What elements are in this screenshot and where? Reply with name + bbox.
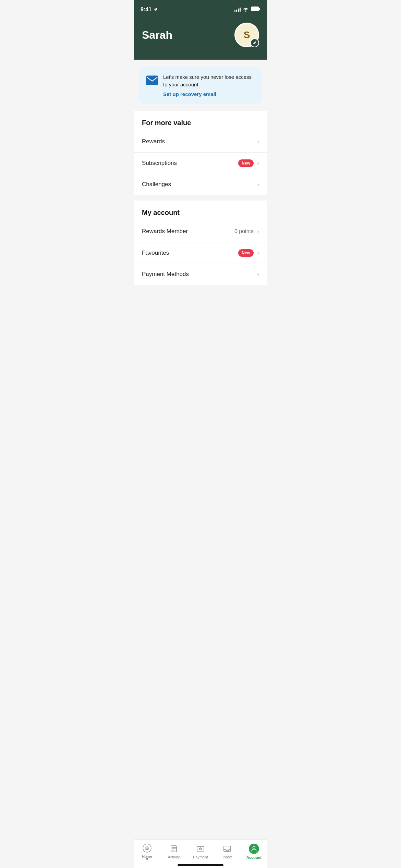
recovery-message: Let's make sure you never lose access to… (163, 74, 252, 87)
svg-rect-2 (146, 76, 158, 85)
new-badge: New (238, 159, 254, 167)
favourites-item[interactable]: Favourites New › (134, 242, 267, 264)
my-account-title: My account (134, 201, 267, 221)
my-account-section: My account Rewards Member 0 points › Fav… (134, 201, 267, 285)
chevron-right-icon: › (257, 271, 259, 278)
recovery-link[interactable]: Set up recovery email (163, 91, 255, 97)
rewards-member-item[interactable]: Rewards Member 0 points › (134, 221, 267, 242)
svg-rect-1 (259, 8, 260, 10)
header: Sarah S (134, 17, 267, 60)
status-time: 9:41 (141, 7, 157, 13)
payment-methods-item[interactable]: Payment Methods › (134, 264, 267, 285)
chevron-right-icon: › (257, 138, 259, 145)
signal-icon (234, 8, 241, 12)
user-name: Sarah (142, 29, 172, 41)
subscriptions-item[interactable]: Subscriptions New › (134, 152, 267, 174)
edit-avatar-button[interactable] (250, 38, 259, 47)
chevron-right-icon: › (257, 249, 259, 256)
svg-rect-0 (251, 7, 259, 11)
wifi-icon (243, 7, 249, 13)
chevron-right-icon: › (257, 228, 259, 235)
challenges-item[interactable]: Challenges › (134, 174, 267, 195)
new-badge: New (238, 249, 254, 257)
status-bar: 9:41 (134, 0, 267, 17)
chevron-right-icon: › (257, 159, 259, 167)
main-content: Let's make sure you never lose access to… (134, 67, 267, 325)
avatar-wrapper[interactable]: S (234, 23, 259, 47)
chevron-right-icon: › (257, 181, 259, 188)
for-more-value-section: For more value Rewards › Subscriptions N… (134, 111, 267, 195)
status-icons (234, 7, 260, 13)
battery-icon (251, 7, 260, 13)
email-icon (146, 74, 158, 86)
recovery-banner[interactable]: Let's make sure you never lose access to… (139, 67, 262, 104)
rewards-item[interactable]: Rewards › (134, 131, 267, 152)
for-more-value-title: For more value (134, 111, 267, 131)
